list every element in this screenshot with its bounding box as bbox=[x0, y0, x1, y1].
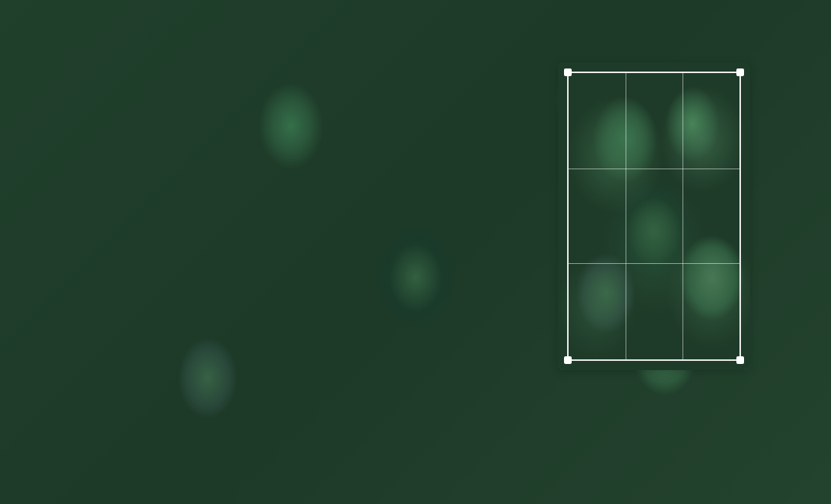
preview-container bbox=[558, 62, 750, 370]
crop-options-list: Original Square 1:1 bbox=[235, 85, 476, 462]
corner-handle-tr[interactable] bbox=[736, 68, 744, 76]
crop-thumb-fullscreen bbox=[255, 240, 307, 292]
corner-handle-bl[interactable] bbox=[564, 356, 572, 364]
grid-line-h2 bbox=[569, 263, 739, 264]
corner-handle-br[interactable] bbox=[736, 356, 744, 364]
crop-border bbox=[567, 72, 741, 361]
grid-line-h1 bbox=[569, 169, 739, 169]
corner-handle-tl[interactable] bbox=[564, 68, 572, 76]
grid-line-v1 bbox=[626, 73, 626, 359]
new-story-modal: New story × Share story to S f Sonnenber… bbox=[0, 0, 831, 504]
crop-overlay bbox=[558, 62, 750, 370]
grid-line-v2 bbox=[682, 73, 683, 359]
middle-panel: Crop media Original bbox=[235, 44, 477, 462]
modal-body: Share story to S f Sonnenberg Media S bbox=[0, 44, 831, 462]
crop-option-fullscreen[interactable]: Fullscreen vertical 9:16 (recommended) bbox=[244, 232, 467, 300]
